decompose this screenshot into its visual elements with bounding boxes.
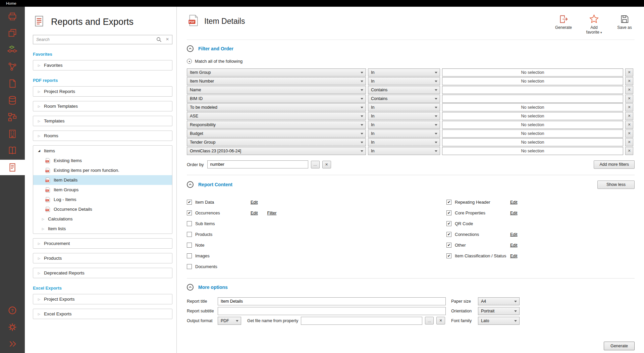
edit-link[interactable]: Edit <box>251 200 258 205</box>
nav-document[interactable] <box>0 76 25 91</box>
order-by-browse-button[interactable]: … <box>311 161 320 168</box>
add-favorite-action[interactable]: Add favorite▾ <box>584 14 604 35</box>
file-name-property-input[interactable] <box>301 317 422 325</box>
nav-database[interactable] <box>0 93 25 108</box>
tree-item-existing-items-per-room-function[interactable]: PDF Existing items per room function. <box>33 165 172 175</box>
filter-operator-select[interactable]: Contains <box>368 86 440 94</box>
filter-link[interactable]: Filter <box>267 211 277 215</box>
checkbox[interactable] <box>187 232 192 237</box>
filter-value-box[interactable]: No selection <box>442 138 623 146</box>
collapsed-arrow-icon[interactable]: ▷ <box>37 298 41 301</box>
tree-item-calculations[interactable]: ▷ Calculations <box>33 214 172 224</box>
filter-operator-select[interactable]: Contains <box>368 95 440 103</box>
report-title-input[interactable] <box>218 297 446 305</box>
collapse-section-icon[interactable] <box>187 45 194 52</box>
match-all-radio[interactable]: ● Match all of the following <box>187 59 635 64</box>
nav-expand[interactable] <box>0 336 25 352</box>
filter-field-select[interactable]: Name <box>187 86 366 94</box>
edit-link[interactable]: Edit <box>510 254 518 258</box>
collapsed-arrow-icon[interactable]: ▷ <box>37 257 41 260</box>
save-as-action[interactable]: Save as <box>616 14 633 35</box>
file-name-clear-button[interactable]: ✕ <box>436 317 445 324</box>
collapse-section-icon[interactable] <box>187 181 194 188</box>
show-less-button[interactable]: Show less <box>597 181 635 189</box>
checkbox[interactable]: ✔ <box>446 200 451 205</box>
checkbox[interactable]: ✔ <box>187 200 192 205</box>
collapse-section-icon[interactable] <box>187 284 194 291</box>
filter-operator-select[interactable]: In <box>368 138 440 146</box>
tree-item-favorites[interactable]: ▷Favorites <box>33 60 172 70</box>
tree-item-excel-exports[interactable]: ▷Excel Exports <box>33 309 172 319</box>
order-by-clear-button[interactable]: ✕ <box>322 161 331 168</box>
remove-filter-button[interactable]: ✕ <box>625 130 633 138</box>
filter-operator-select[interactable]: In <box>368 112 440 120</box>
report-subtitle-input[interactable] <box>218 307 446 315</box>
collapsed-arrow-icon[interactable]: ▷ <box>37 271 41 275</box>
tree-item-products[interactable]: ▷Products <box>33 253 172 263</box>
generate-action[interactable]: Generate <box>555 14 572 35</box>
filter-field-select[interactable]: To be modeled <box>187 103 366 111</box>
home-menu[interactable]: Home <box>6 1 16 5</box>
remove-filter-button[interactable]: ✕ <box>625 77 633 85</box>
tree-item-procurement[interactable]: ▷Procurement <box>33 238 172 249</box>
edit-link[interactable]: Edit <box>510 200 518 205</box>
remove-filter-button[interactable]: ✕ <box>625 112 633 120</box>
filter-value-box[interactable]: No selection <box>442 103 623 111</box>
filter-value-box[interactable]: No selection <box>442 77 623 85</box>
filter-field-select[interactable]: Item Group <box>187 68 366 77</box>
checkbox[interactable] <box>187 264 192 269</box>
tree-item-project-reports[interactable]: ▷Project Reports <box>33 86 172 97</box>
collapsed-arrow-icon[interactable]: ▷ <box>37 134 41 138</box>
remove-filter-button[interactable]: ✕ <box>625 138 633 146</box>
filter-field-select[interactable]: Tender Group <box>187 138 366 146</box>
collapsed-arrow-icon[interactable]: ▷ <box>37 242 41 245</box>
checkbox[interactable]: ✔ <box>446 221 451 226</box>
orientation-select[interactable]: Portrait <box>478 307 520 315</box>
font-family-select[interactable]: Lato <box>478 317 520 325</box>
filter-value-box[interactable]: No selection <box>442 130 623 138</box>
clear-search-icon[interactable]: ✕ <box>166 37 169 42</box>
nav-book[interactable] <box>0 143 25 158</box>
tree-item-item-details[interactable]: PDF Item Details <box>33 175 172 185</box>
remove-filter-button[interactable]: ✕ <box>625 95 633 103</box>
tree-item-templates[interactable]: ▷Templates <box>33 116 172 126</box>
nav-network[interactable] <box>0 59 25 74</box>
order-by-input[interactable] <box>207 160 308 168</box>
remove-filter-button[interactable]: ✕ <box>625 147 633 155</box>
collapsed-arrow-icon[interactable]: ▷ <box>37 90 41 93</box>
nav-building[interactable] <box>0 126 25 142</box>
nav-help[interactable]: ? <box>0 303 25 318</box>
remove-filter-button[interactable]: ✕ <box>625 86 633 94</box>
filter-value-box[interactable] <box>442 86 623 94</box>
collapsed-arrow-icon[interactable]: ▷ <box>41 227 45 231</box>
filter-field-select[interactable]: Budget <box>187 130 366 138</box>
tree-item-rooms[interactable]: ▷Rooms <box>33 131 172 141</box>
filter-operator-select[interactable]: In <box>368 121 440 129</box>
remove-filter-button[interactable]: ✕ <box>625 68 633 77</box>
filter-field-select[interactable]: BIM ID <box>187 95 366 103</box>
checkbox[interactable]: ✔ <box>446 210 451 215</box>
filter-value-box[interactable] <box>442 95 623 103</box>
edit-link[interactable]: Edit <box>251 211 258 215</box>
tree-item-room-templates[interactable]: ▷Room Templates <box>33 101 172 111</box>
filter-operator-select[interactable]: In <box>368 130 440 138</box>
tree-item-log-items[interactable]: PDF Log - Items <box>33 195 172 204</box>
tree-item-project-exports[interactable]: ▷Project Exports <box>33 294 172 304</box>
filter-operator-select[interactable]: In <box>368 147 440 155</box>
checkbox[interactable]: ✔ <box>446 232 451 237</box>
edit-link[interactable]: Edit <box>510 232 518 237</box>
collapsed-arrow-icon[interactable]: ▷ <box>41 217 45 221</box>
filter-field-select[interactable]: Item Number <box>187 77 366 85</box>
radio-button-icon[interactable]: ● <box>187 59 192 64</box>
add-more-filters-button[interactable]: Add more filters <box>594 160 635 169</box>
edit-link[interactable]: Edit <box>510 243 518 248</box>
checkbox[interactable] <box>187 253 192 258</box>
checkbox[interactable]: ✔ <box>187 210 192 215</box>
checkbox[interactable]: ✔ <box>446 243 451 248</box>
file-name-browse-button[interactable]: … <box>425 317 434 324</box>
filter-value-box[interactable]: No selection <box>442 121 623 129</box>
filter-operator-select[interactable]: In <box>368 103 440 111</box>
edit-link[interactable]: Edit <box>510 211 518 215</box>
nav-reports[interactable] <box>0 160 25 175</box>
tree-item-items[interactable]: ◢ Items <box>33 146 172 156</box>
